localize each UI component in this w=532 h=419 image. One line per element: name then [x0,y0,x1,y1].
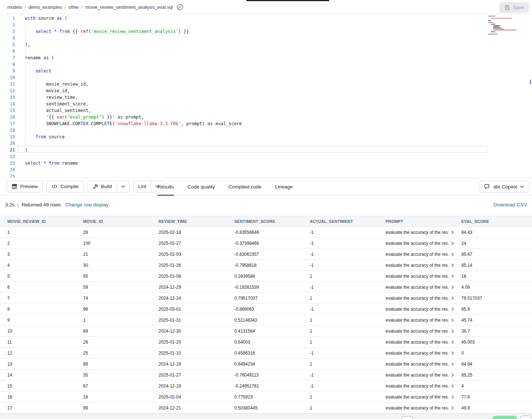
table-cell: 0.79517037 [227,293,302,303]
breadcrumb-demo-examples[interactable]: demo_examples [29,5,62,10]
change-row-display-link[interactable]: Change row display [65,202,109,207]
compile-button[interactable]: Compile [46,180,84,192]
code-line[interactable]: with source as ( [25,15,67,22]
table-cell: 0.775923 [227,392,302,402]
table-cell: 2024-12-21 [151,403,227,413]
table-cell: 12 [0,348,76,358]
table-cell: -1 [302,227,378,237]
results-table: MOVIE_REVIEW_IDMOVIE_IDREVIEW_TIMESENTIM… [0,216,532,414]
code-line[interactable]: '{{ var("eval_prompt") }}' as prompt, [25,114,144,120]
table-row: 11262025-01-200.540031evaluate the accur… [0,337,532,348]
expand-cell-icon[interactable] [451,274,454,278]
table-cell: 28 [76,227,151,237]
table-row: 13892024-12-190.64942341evaluate the acc… [0,359,532,370]
expand-cell-icon[interactable] [451,384,454,388]
expand-cell-icon[interactable] [451,373,454,377]
summary-divider: | [18,202,19,207]
table-cell: 6 [0,282,76,292]
code-line[interactable]: sentiment_score, [25,101,88,107]
code-line[interactable]: actual_sentiment, [25,107,91,114]
expand-cell-icon[interactable] [451,307,454,311]
table-cell: 89 [76,359,151,369]
prompt-preview-text: evaluate the accuracy of the res... [386,241,449,246]
tab-code-quality[interactable]: Code quality [187,178,215,196]
expand-cell-icon[interactable] [451,296,454,300]
code-line[interactable]: movie_review_id, [25,81,88,87]
prompt-preview-text: evaluate the accuracy of the res... [386,318,449,323]
expand-cell-icon[interactable] [451,351,454,355]
bottom-partial-green-button[interactable] [492,416,517,419]
save-button[interactable]: Save [499,2,529,13]
prompt-cell: evaluate the accuracy of the res... [378,326,454,336]
prompt-cell: evaluate the accuracy of the res... [378,304,454,314]
code-line[interactable]: ) [25,147,27,153]
prompt-cell: evaluate the accuracy of the res... [378,370,454,380]
table-cell: 2025-03-01 [151,304,227,314]
code-line[interactable]: review_time, [25,94,78,101]
code-line[interactable]: rename as ( [25,55,54,61]
expand-cell-icon[interactable] [451,242,454,245]
line-number: 1 [0,15,15,22]
table-cell: 0.2839588 [227,271,302,281]
editor-scrollbar[interactable] [530,79,531,85]
table-cell: 0.6494234 [227,359,302,369]
breadcrumb-models[interactable]: models [7,5,22,10]
column-header: MOVIE_ID [76,216,151,227]
code-line[interactable]: select [25,68,51,74]
expand-cell-icon[interactable] [451,231,454,234]
expand-cell-icon[interactable] [451,329,454,333]
prompt-preview-text: evaluate the accuracy of the res... [386,307,449,312]
table-cell: 1 [302,392,378,402]
expand-cell-icon[interactable] [451,362,454,366]
expand-cell-icon[interactable] [451,395,454,399]
edit-file-icon[interactable] [177,4,183,10]
copilot-chat-icon [484,184,490,190]
tab-results[interactable]: Results [157,178,174,196]
table-cell: 9 [0,315,76,325]
expand-cell-icon[interactable] [451,285,454,289]
bottom-partial-control[interactable] [402,416,413,419]
build-dropdown-button[interactable] [117,181,129,192]
table-cell: 100 [76,238,151,248]
code-minimap[interactable] [488,15,529,34]
chevron-down-icon [121,185,125,188]
tab-compiled-code[interactable]: Compiled code [228,178,261,196]
expand-cell-icon[interactable] [451,340,454,344]
table-cell: 45.003 [454,337,532,347]
prompt-cell: evaluate the accuracy of the res... [378,315,454,325]
bottom-scroll-strip[interactable] [0,414,532,419]
code-line[interactable]: ), [25,41,30,48]
expand-cell-icon[interactable] [451,263,454,267]
lint-button[interactable]: Lint [134,181,151,192]
sql-code-editor[interactable]: 1with source as (23 select * from {{ ref… [0,14,532,177]
expand-cell-icon[interactable] [451,252,454,256]
table-cell: 26 [76,337,151,347]
tab-lineage[interactable]: Lineage [275,178,293,196]
code-line[interactable]: from source [25,134,64,140]
row-count-text: Returned 49 rows. [22,202,62,207]
expand-cell-icon[interactable] [451,406,454,410]
code-line[interactable]: select * from {{ ref('movie_review_senti… [25,28,189,35]
expand-cell-icon[interactable] [451,318,454,322]
code-line[interactable]: SNOWFLAKE.CORTEX.COMPLETE('snowflake-lla… [25,120,242,127]
preview-button[interactable]: Preview [7,180,43,192]
table-cell: -1 [302,238,378,248]
code-line[interactable]: movie_id, [25,87,70,94]
dbt-copilot-button[interactable]: dbt Copilot [479,181,529,193]
line-number: 8 [0,61,15,68]
column-header: PROMPT [378,216,454,227]
wrench-icon [93,184,98,189]
table-cell: 2025-02-18 [151,227,227,237]
bottom-partial-button[interactable] [520,416,532,419]
prompt-cell: evaluate the accuracy of the res... [378,227,454,237]
code-line[interactable]: select * from rename [25,160,78,167]
table-cell: -1 [302,249,378,259]
table-cell: 59 [76,282,151,292]
download-csv-link[interactable]: Download CSV [493,202,527,207]
line-number: 6 [0,48,15,55]
build-button[interactable]: Build [88,181,117,192]
breadcrumb-other[interactable]: other [68,5,79,10]
table-cell: -0.83556646 [227,227,302,237]
prompt-preview-text: evaluate the accuracy of the res... [386,405,449,411]
table-cell: 0.51148343 [227,315,302,325]
